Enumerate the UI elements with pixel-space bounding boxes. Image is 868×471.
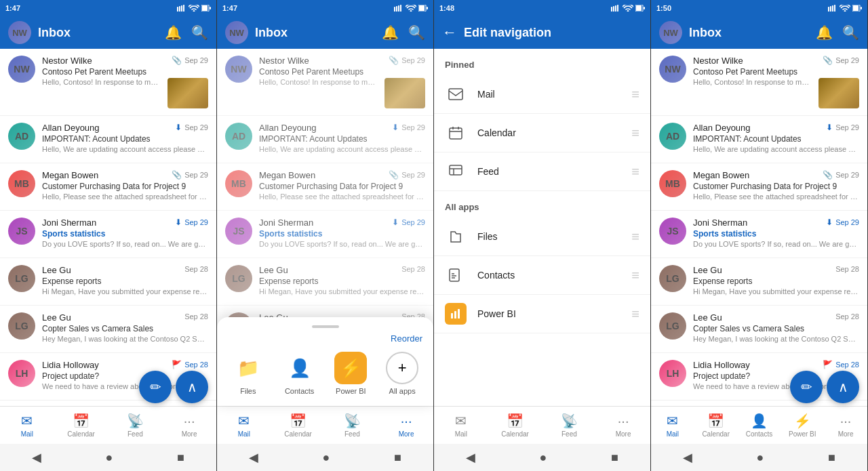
home-button-3[interactable]: ● xyxy=(540,451,547,465)
reorder-handle-contacts[interactable]: ≡ xyxy=(631,268,639,283)
svg-rect-24 xyxy=(449,89,462,100)
status-time-1: 1:47 xyxy=(5,4,20,12)
email-item[interactable]: LG Lee Gu Sep 28 Copter Sales vs Camera … xyxy=(0,306,216,353)
compose-button-4[interactable]: ✏ xyxy=(790,371,823,403)
compose-button-1[interactable]: ✏ xyxy=(139,371,172,403)
back-button-1[interactable]: ◀ xyxy=(32,450,41,465)
nav-more-3[interactable]: ··· More xyxy=(607,413,639,438)
nav-contacts-4[interactable]: 👤 Contacts xyxy=(743,413,775,438)
recent-button-2[interactable]: ■ xyxy=(394,451,401,465)
nav-mail-3[interactable]: ✉ Mail xyxy=(445,413,477,438)
bell-icon-1[interactable]: 🔔 xyxy=(165,24,182,41)
user-avatar-4[interactable]: NW xyxy=(659,21,682,44)
nav-calendar-4[interactable]: 📅 Calendar xyxy=(700,413,732,438)
email-date: Sep 29 xyxy=(401,56,425,64)
edit-nav-powerbi[interactable]: Power BI ≡ xyxy=(434,295,650,333)
sheet-item-files[interactable]: 📁 Files xyxy=(228,352,269,395)
nav-mail-4[interactable]: ✉ Mail xyxy=(656,413,689,438)
email-item[interactable]: AD Allan Deyoung ⬇ Sep 29 IMPORTANT: Aco… xyxy=(651,116,867,163)
back-arrow-button[interactable]: ← xyxy=(442,24,457,41)
nav-more-1[interactable]: ··· More xyxy=(173,413,205,438)
bell-icon-2[interactable]: 🔔 xyxy=(382,24,399,41)
status-icons-3 xyxy=(611,5,645,12)
nav-feed-2[interactable]: 📡 Feed xyxy=(336,413,368,438)
email-content: Allan Deyoung ⬇ Sep 29 IMPORTANT: Acount… xyxy=(42,123,208,156)
email-item[interactable]: LG Lee Gu Sep 28 Expense reports Hi Mega… xyxy=(217,258,433,306)
email-item[interactable]: JS Joni Sherman ⬇ Sep 29 Sports statisti… xyxy=(217,211,433,258)
email-content: Megan Bowen 📎 Sep 29 Customer Purchasing… xyxy=(42,170,208,203)
attachment-icon: 📎 xyxy=(172,56,182,65)
bottom-nav-4: ✉ Mail 📅 Calendar 👤 Contacts ⚡ Power BI … xyxy=(651,406,867,444)
reorder-handle-feed[interactable]: ≡ xyxy=(631,164,639,180)
home-button-2[interactable]: ● xyxy=(323,451,330,465)
contacts-nav-label: Contacts xyxy=(477,270,620,281)
svg-rect-2 xyxy=(181,5,182,12)
reorder-handle-calendar[interactable]: ≡ xyxy=(631,125,639,141)
bell-icon-4[interactable]: 🔔 xyxy=(816,24,833,41)
nav-powerbi-4[interactable]: ⚡ Power BI xyxy=(786,413,818,438)
email-item[interactable]: JS Joni Sherman ⬇ Sep 29 Sports statisti… xyxy=(651,211,867,258)
nav-calendar-3[interactable]: 📅 Calendar xyxy=(499,413,532,438)
reorder-handle-mail[interactable]: ≡ xyxy=(631,87,639,102)
nav-feed-1[interactable]: 📡 Feed xyxy=(119,413,151,438)
email-date: Sep 29 xyxy=(835,171,859,179)
edit-nav-contacts[interactable]: Contacts ≡ xyxy=(434,256,650,295)
edit-nav-feed[interactable]: Feed ≡ xyxy=(434,152,650,191)
nav-mail-2[interactable]: ✉ Mail xyxy=(228,413,260,438)
nav-calendar-2[interactable]: 📅 Calendar xyxy=(282,413,315,438)
email-item[interactable]: NW Nestor Wilke 📎 Sep 29 Contoso Pet Par… xyxy=(0,49,216,116)
back-button-2[interactable]: ◀ xyxy=(249,450,258,465)
mail-nav-icon xyxy=(445,83,467,105)
status-time-3: 1:48 xyxy=(439,4,454,12)
email-item[interactable]: MB Megan Bowen 📎 Sep 29 Customer Purchas… xyxy=(0,163,216,211)
sheet-item-allapps[interactable]: + All apps xyxy=(382,352,422,395)
mail-icon-3: ✉ xyxy=(455,413,467,429)
search-icon-2[interactable]: 🔍 xyxy=(408,24,425,41)
email-subject: Copter Sales vs Camera Sales xyxy=(42,324,208,333)
home-button-1[interactable]: ● xyxy=(106,451,113,465)
email-item[interactable]: LG Lee Gu Sep 28 Expense reports Hi Mega… xyxy=(651,258,867,306)
back-button-3[interactable]: ◀ xyxy=(466,450,475,465)
recent-button-4[interactable]: ■ xyxy=(828,451,835,465)
calendar-nav-label: Calendar xyxy=(477,127,620,138)
email-item[interactable]: LG Lee Gu Sep 28 Copter Sales vs Camera … xyxy=(651,306,867,353)
email-item[interactable]: NW Nestor Wilke 📎 Sep 29 Contoso Pet Par… xyxy=(651,49,867,116)
attachment-icon: 📎 xyxy=(823,170,833,180)
email-item[interactable]: LG Lee Gu Sep 28 Expense reports Hi Mega… xyxy=(0,258,216,306)
nav-feed-3[interactable]: 📡 Feed xyxy=(553,413,585,438)
edit-nav-calendar[interactable]: Calendar ≡ xyxy=(434,114,650,152)
back-button-4[interactable]: ◀ xyxy=(683,450,692,465)
email-preview: Hello, We are updating account access pl… xyxy=(693,145,859,153)
recent-button-1[interactable]: ■ xyxy=(177,451,184,465)
sheet-item-contacts[interactable]: 👤 Contacts xyxy=(279,352,320,395)
reorder-button[interactable]: Reorder xyxy=(217,333,433,349)
flag-icon: 🚩 xyxy=(172,360,182,369)
edit-nav-mail[interactable]: Mail ≡ xyxy=(434,75,650,114)
nav-more-2[interactable]: ··· More xyxy=(390,413,422,438)
nav-more-4[interactable]: ··· More xyxy=(829,413,862,438)
email-content: Nestor Wilke 📎 Sep 29 Contoso Pet Parent… xyxy=(693,56,859,108)
user-avatar-2[interactable]: NW xyxy=(225,21,248,44)
nav-mail-1[interactable]: ✉ Mail xyxy=(11,413,43,438)
email-item[interactable]: NW Nestor Wilke 📎 Sep 29 Contoso Pet Par… xyxy=(217,49,433,116)
reorder-handle-powerbi[interactable]: ≡ xyxy=(631,306,639,322)
email-item[interactable]: AD Allan Deyoung ⬇ Sep 29 IMPORTANT: Aco… xyxy=(0,116,216,163)
user-avatar-1[interactable]: NW xyxy=(8,21,31,44)
search-icon-4[interactable]: 🔍 xyxy=(842,24,859,41)
recent-button-3[interactable]: ■ xyxy=(611,451,618,465)
contacts-nav-icon xyxy=(445,264,467,286)
svg-rect-11 xyxy=(400,5,401,12)
nav-calendar-1[interactable]: 📅 Calendar xyxy=(65,413,98,438)
search-icon-1[interactable]: 🔍 xyxy=(191,24,208,41)
email-item[interactable]: MB Megan Bowen 📎 Sep 29 Customer Purchas… xyxy=(651,163,867,211)
email-item[interactable]: MB Megan Bowen 📎 Sep 29 Customer Purchas… xyxy=(217,163,433,211)
home-button-4[interactable]: ● xyxy=(757,451,764,465)
expand-button-4[interactable]: ∧ xyxy=(827,371,859,403)
email-item[interactable]: JS Joni Sherman ⬇ Sep 29 Sports statisti… xyxy=(0,211,216,258)
email-item[interactable]: AD Allan Deyoung ⬇ Sep 29 IMPORTANT: Aco… xyxy=(217,116,433,163)
email-preview: Hi Megan, Have you submitted your expens… xyxy=(693,287,859,295)
sheet-item-powerbi[interactable]: ⚡ Power BI xyxy=(330,352,371,395)
edit-nav-files[interactable]: Files ≡ xyxy=(434,218,650,256)
expand-button-1[interactable]: ∧ xyxy=(176,371,208,403)
reorder-handle-files[interactable]: ≡ xyxy=(631,229,639,245)
